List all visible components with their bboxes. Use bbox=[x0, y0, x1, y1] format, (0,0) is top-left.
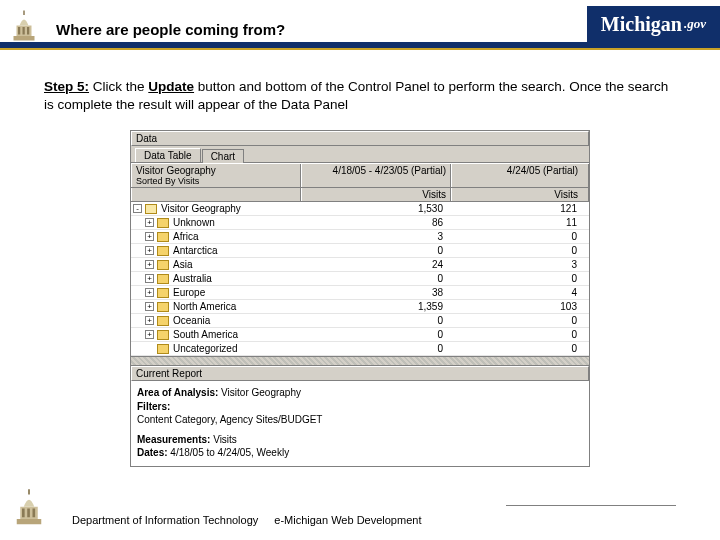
svg-rect-3 bbox=[23, 27, 25, 35]
capitol-icon-footer bbox=[10, 484, 48, 526]
capitol-icon bbox=[8, 6, 40, 42]
logo-text: Michigan bbox=[601, 13, 682, 36]
row-value-a: 0 bbox=[301, 329, 451, 340]
footer-text: Department of Information Technology e-M… bbox=[72, 514, 421, 526]
tree-toggle-icon[interactable]: + bbox=[145, 246, 154, 255]
table-row[interactable]: +Asia243 bbox=[131, 258, 589, 272]
table-row[interactable]: +Oceania00 bbox=[131, 314, 589, 328]
table-row[interactable]: +South America00 bbox=[131, 328, 589, 342]
current-report: Area of Analysis: Visitor Geography Filt… bbox=[131, 381, 589, 466]
row-name-cell: +Africa bbox=[131, 231, 301, 242]
tree-toggle-icon[interactable]: + bbox=[145, 316, 154, 325]
step-text-1: Click the bbox=[89, 79, 148, 94]
svg-rect-6 bbox=[17, 519, 42, 524]
page-title: Where are people coming from? bbox=[46, 21, 587, 38]
table-row[interactable]: Uncategorized00 bbox=[131, 342, 589, 356]
row-value-a: 1,359 bbox=[301, 301, 451, 312]
row-value-b: 4 bbox=[451, 287, 589, 298]
row-value-a: 1,530 bbox=[301, 203, 451, 214]
splitter[interactable] bbox=[131, 356, 589, 366]
aoa-label: Area of Analysis: bbox=[137, 387, 218, 398]
table-row[interactable]: +Europe384 bbox=[131, 286, 589, 300]
step-instruction: Step 5: Click the Update button and bott… bbox=[0, 50, 720, 124]
tree-toggle-icon[interactable]: + bbox=[145, 260, 154, 269]
pane-title: Data bbox=[131, 131, 589, 146]
table-row[interactable]: +North America1,359103 bbox=[131, 300, 589, 314]
row-label: Asia bbox=[173, 259, 192, 270]
row-value-a: 86 bbox=[301, 217, 451, 228]
tree-toggle-icon[interactable]: + bbox=[145, 218, 154, 227]
filters-label: Filters: bbox=[137, 401, 170, 412]
folder-icon bbox=[157, 232, 169, 242]
meas-label: Measurements: bbox=[137, 434, 210, 445]
table-row[interactable]: +Antarctica00 bbox=[131, 244, 589, 258]
dates-value: 4/18/05 to 4/24/05, Weekly bbox=[170, 447, 289, 458]
slide-footer: Department of Information Technology e-M… bbox=[0, 484, 720, 526]
row-name-cell: Uncategorized bbox=[131, 343, 301, 354]
svg-rect-2 bbox=[18, 27, 20, 35]
tree-toggle-icon[interactable]: - bbox=[133, 204, 142, 213]
michigan-logo: Michigan.gov bbox=[587, 6, 720, 42]
grid-header-row-1: Visitor Geography Sorted By Visits 4/18/… bbox=[131, 164, 589, 188]
row-label: North America bbox=[173, 301, 236, 312]
table-row[interactable]: +Africa30 bbox=[131, 230, 589, 244]
header-name-main: Visitor Geography bbox=[136, 165, 296, 176]
table-row[interactable]: +Unknown8611 bbox=[131, 216, 589, 230]
footer-emich: e-Michigan Web Development bbox=[274, 514, 421, 526]
row-label: Europe bbox=[173, 287, 205, 298]
row-value-a: 0 bbox=[301, 245, 451, 256]
row-name-cell: +Unknown bbox=[131, 217, 301, 228]
folder-icon bbox=[157, 274, 169, 284]
svg-rect-11 bbox=[28, 489, 30, 494]
filters-value: Content Category, Agency Sites/BUDGET bbox=[137, 413, 583, 427]
update-word: Update bbox=[148, 79, 194, 94]
tree-toggle-icon[interactable]: + bbox=[145, 288, 154, 297]
folder-icon bbox=[157, 302, 169, 312]
tree-toggle-icon[interactable]: + bbox=[145, 274, 154, 283]
folder-icon bbox=[157, 218, 169, 228]
row-value-a: 0 bbox=[301, 273, 451, 284]
header-metric-a: Visits bbox=[301, 188, 451, 201]
folder-icon bbox=[157, 344, 169, 354]
row-name-cell: +Europe bbox=[131, 287, 301, 298]
row-value-a: 38 bbox=[301, 287, 451, 298]
table-row[interactable]: +Australia00 bbox=[131, 272, 589, 286]
tab-data-table[interactable]: Data Table bbox=[135, 148, 201, 162]
svg-rect-4 bbox=[27, 27, 29, 35]
title-wrap: Where are people coming from? bbox=[46, 21, 587, 42]
row-name-cell: +Antarctica bbox=[131, 245, 301, 256]
folder-icon bbox=[157, 316, 169, 326]
data-grid: Visitor Geography Sorted By Visits 4/18/… bbox=[131, 163, 589, 356]
row-value-a: 3 bbox=[301, 231, 451, 242]
row-label: Africa bbox=[173, 231, 199, 242]
table-row[interactable]: -Visitor Geography1,530121 bbox=[131, 202, 589, 216]
row-label: Visitor Geography bbox=[161, 203, 241, 214]
tree-toggle-icon[interactable]: + bbox=[145, 232, 154, 241]
row-name-cell: +North America bbox=[131, 301, 301, 312]
tab-chart[interactable]: Chart bbox=[202, 149, 244, 163]
tree-toggle-icon[interactable]: + bbox=[145, 302, 154, 311]
row-label: Unknown bbox=[173, 217, 215, 228]
svg-rect-9 bbox=[27, 509, 30, 518]
row-name-cell: -Visitor Geography bbox=[131, 203, 301, 214]
step-label: Step 5: bbox=[44, 79, 89, 94]
row-name-cell: +Australia bbox=[131, 273, 301, 284]
header-name-sub: Sorted By Visits bbox=[136, 176, 296, 186]
row-value-a: 0 bbox=[301, 343, 451, 354]
svg-rect-10 bbox=[33, 509, 36, 518]
row-value-b: 0 bbox=[451, 273, 589, 284]
grid-header-row-2: Visits Visits bbox=[131, 188, 589, 202]
footer-dept: Department of Information Technology bbox=[72, 514, 258, 526]
tree-toggle-icon[interactable]: + bbox=[145, 330, 154, 339]
logo-suffix: .gov bbox=[684, 16, 706, 32]
tab-bar: Data Table Chart bbox=[131, 146, 589, 163]
row-value-a: 0 bbox=[301, 315, 451, 326]
row-value-a: 24 bbox=[301, 259, 451, 270]
row-value-b: 0 bbox=[451, 315, 589, 326]
grid-body: -Visitor Geography1,530121+Unknown8611+A… bbox=[131, 202, 589, 356]
row-value-b: 0 bbox=[451, 343, 589, 354]
footer-rule bbox=[506, 505, 676, 506]
row-value-b: 11 bbox=[451, 217, 589, 228]
data-panel: Data Data Table Chart Visitor Geography … bbox=[130, 130, 590, 467]
svg-rect-5 bbox=[23, 11, 25, 16]
